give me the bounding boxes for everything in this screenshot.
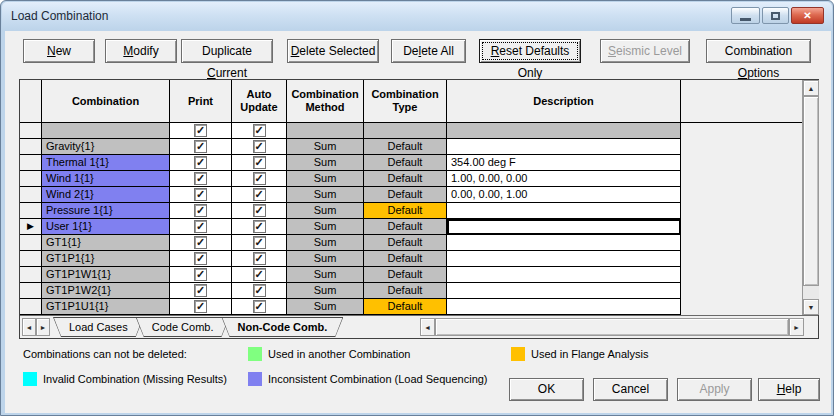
- auto-cell[interactable]: ✓: [232, 139, 287, 155]
- row-selector-cell[interactable]: [20, 299, 42, 315]
- print-cell[interactable]: ✓: [170, 283, 232, 299]
- print-cell[interactable]: ✓: [170, 219, 232, 235]
- auto-cell[interactable]: ✓: [232, 235, 287, 251]
- column-header-combination-method[interactable]: Combination Method: [287, 80, 364, 123]
- combination-cell[interactable]: GT1{1}: [42, 235, 170, 251]
- combination-cell[interactable]: [42, 123, 170, 139]
- print-cell[interactable]: ✓: [170, 251, 232, 267]
- combination-method-cell[interactable]: Sum: [287, 235, 364, 251]
- print-checkbox[interactable]: ✓: [194, 172, 207, 185]
- delete-all-button[interactable]: Delete All: [391, 39, 466, 63]
- maximize-button[interactable]: [762, 7, 789, 24]
- print-checkbox[interactable]: ✓: [194, 284, 207, 297]
- delete-selected-button[interactable]: Delete Selected: [287, 39, 379, 63]
- combination-type-cell[interactable]: Default: [364, 139, 447, 155]
- auto-checkbox[interactable]: ✓: [253, 300, 266, 313]
- column-header-selector[interactable]: [20, 80, 42, 123]
- row-selector-cell[interactable]: [20, 283, 42, 299]
- auto-cell[interactable]: ✓: [232, 219, 287, 235]
- print-cell[interactable]: ✓: [170, 123, 232, 139]
- column-header-auto-update[interactable]: Auto Update: [232, 80, 287, 123]
- cancel-button[interactable]: Cancel: [593, 378, 668, 401]
- row-selector-cell[interactable]: [20, 139, 42, 155]
- reset-defaults-only-button[interactable]: Reset Defaults Only: [479, 39, 581, 63]
- combination-cell[interactable]: GT1P1U1{1}: [42, 299, 170, 315]
- tab-non-code-comb-[interactable]: Non-Code Comb.: [221, 317, 343, 337]
- print-checkbox[interactable]: ✓: [194, 220, 207, 233]
- auto-cell[interactable]: ✓: [232, 123, 287, 139]
- scroll-left-button[interactable]: ◄: [420, 318, 435, 336]
- combination-type-cell[interactable]: Default: [364, 155, 447, 171]
- combination-type-cell[interactable]: Default: [364, 251, 447, 267]
- combination-options-button[interactable]: Combination Options: [706, 39, 811, 63]
- duplicate-current-button[interactable]: Duplicate Current: [181, 39, 273, 63]
- print-checkbox[interactable]: ✓: [194, 268, 207, 281]
- horizontal-scrollbar[interactable]: ◄ ►: [420, 318, 804, 336]
- combination-method-cell[interactable]: Sum: [287, 155, 364, 171]
- column-header-combination-type[interactable]: Combination Type: [364, 80, 447, 123]
- modify-button[interactable]: Modify: [105, 39, 177, 63]
- print-checkbox[interactable]: ✓: [194, 188, 207, 201]
- column-header-description[interactable]: Description: [447, 80, 681, 123]
- combination-method-cell[interactable]: Sum: [287, 283, 364, 299]
- combination-type-cell[interactable]: Default: [364, 187, 447, 203]
- description-cell[interactable]: [447, 251, 681, 267]
- description-cell[interactable]: [447, 299, 681, 315]
- combination-cell[interactable]: GT1P1W1{1}: [42, 267, 170, 283]
- combination-cell[interactable]: Pressure 1{1}: [42, 203, 170, 219]
- print-checkbox[interactable]: ✓: [194, 204, 207, 217]
- auto-checkbox[interactable]: ✓: [253, 140, 266, 153]
- ok-button[interactable]: OK: [509, 378, 584, 401]
- print-checkbox[interactable]: ✓: [194, 124, 207, 137]
- combination-cell[interactable]: GT1P1W2{1}: [42, 283, 170, 299]
- horizontal-scrollbar-thumb[interactable]: [435, 318, 789, 336]
- auto-checkbox[interactable]: ✓: [253, 252, 266, 265]
- auto-cell[interactable]: ✓: [232, 155, 287, 171]
- print-checkbox[interactable]: ✓: [194, 300, 207, 313]
- auto-checkbox[interactable]: ✓: [253, 156, 266, 169]
- auto-checkbox[interactable]: ✓: [253, 284, 266, 297]
- combination-type-cell[interactable]: Default: [364, 283, 447, 299]
- combination-cell[interactable]: User 1{1}: [42, 219, 170, 235]
- help-button[interactable]: Help: [758, 378, 820, 401]
- titlebar[interactable]: Load Combination ✕: [2, 2, 832, 30]
- row-selector-cell[interactable]: [20, 267, 42, 283]
- combination-method-cell[interactable]: Sum: [287, 139, 364, 155]
- close-button[interactable]: ✕: [791, 7, 824, 24]
- combination-method-cell[interactable]: Sum: [287, 171, 364, 187]
- row-selector-cell[interactable]: [20, 171, 42, 187]
- auto-cell[interactable]: ✓: [232, 187, 287, 203]
- row-selector-cell[interactable]: [20, 235, 42, 251]
- combination-method-cell[interactable]: [287, 123, 364, 139]
- auto-checkbox[interactable]: ✓: [253, 268, 266, 281]
- auto-cell[interactable]: ✓: [232, 203, 287, 219]
- combination-type-cell[interactable]: Default: [364, 219, 447, 235]
- row-selector-cell[interactable]: [20, 251, 42, 267]
- print-checkbox[interactable]: ✓: [194, 252, 207, 265]
- combination-cell[interactable]: Gravity{1}: [42, 139, 170, 155]
- description-cell[interactable]: [447, 235, 681, 251]
- auto-checkbox[interactable]: ✓: [253, 124, 266, 137]
- print-cell[interactable]: ✓: [170, 267, 232, 283]
- combination-type-cell[interactable]: Default: [364, 203, 447, 219]
- print-cell[interactable]: ✓: [170, 299, 232, 315]
- combination-cell[interactable]: Wind 2{1}: [42, 187, 170, 203]
- auto-cell[interactable]: ✓: [232, 251, 287, 267]
- row-selector-cell[interactable]: [20, 187, 42, 203]
- scroll-right-button[interactable]: ►: [789, 318, 804, 336]
- description-cell[interactable]: [447, 219, 681, 235]
- auto-checkbox[interactable]: ✓: [253, 188, 266, 201]
- combination-cell[interactable]: Wind 1{1}: [42, 171, 170, 187]
- print-cell[interactable]: ✓: [170, 187, 232, 203]
- combination-method-cell[interactable]: Sum: [287, 203, 364, 219]
- description-cell[interactable]: 354.00 deg F: [447, 155, 681, 171]
- print-checkbox[interactable]: ✓: [194, 140, 207, 153]
- combination-type-cell[interactable]: Default: [364, 267, 447, 283]
- tab-scroll-left-button[interactable]: ◄: [22, 318, 36, 336]
- print-cell[interactable]: ✓: [170, 139, 232, 155]
- combination-method-cell[interactable]: Sum: [287, 187, 364, 203]
- auto-cell[interactable]: ✓: [232, 299, 287, 315]
- row-selector-cell[interactable]: [20, 123, 42, 139]
- auto-checkbox[interactable]: ✓: [253, 172, 266, 185]
- description-cell[interactable]: [447, 139, 681, 155]
